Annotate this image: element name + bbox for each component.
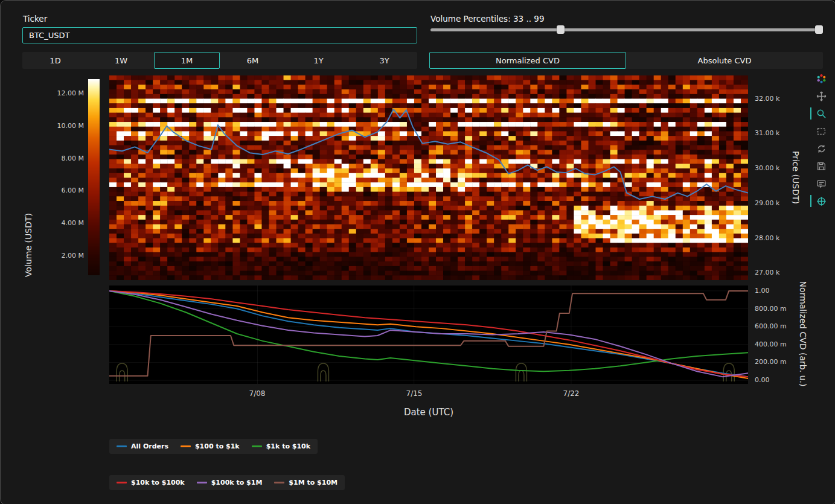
x-tick-label: 7/08 — [242, 389, 272, 398]
tick-label: 10.00 M — [45, 122, 84, 130]
timeframe-button-group: 1D 1W 1M 6M 1Y 3Y — [22, 52, 417, 69]
absolute-cvd-button[interactable]: Absolute CVD — [626, 52, 823, 69]
zoom-icon[interactable] — [814, 107, 828, 120]
legend-swatch — [117, 482, 127, 483]
cvd-mode-button-group: Normalized CVD Absolute CVD — [429, 52, 823, 69]
save-icon[interactable] — [814, 159, 828, 173]
legend-label: $100 to $1k — [195, 442, 240, 450]
hover-crosshair-icon[interactable] — [814, 194, 828, 208]
volume-heatmap-chart[interactable] — [109, 75, 748, 280]
reset-axes-icon[interactable] — [814, 142, 828, 155]
tick-label: 8.00 M — [45, 155, 84, 162]
legend-label: All Orders — [131, 442, 168, 450]
tick-label: 30.00 k — [755, 164, 791, 172]
volume-axis-title: Volume (USDT) — [24, 213, 33, 277]
timeframe-1w-button[interactable]: 1W — [88, 52, 154, 69]
volume-colorbar — [88, 79, 100, 275]
tick-label: 0.00 — [755, 376, 797, 384]
legend-item-all-orders[interactable]: All Orders — [117, 442, 168, 450]
tick-label: 800.00 m — [755, 305, 797, 313]
legend-item-100k-1m[interactable]: $100k to $1M — [197, 479, 263, 486]
pan-icon[interactable] — [814, 89, 828, 103]
timeframe-1m-button[interactable]: 1M — [154, 52, 220, 69]
box-select-icon[interactable] — [814, 124, 828, 138]
normalized-cvd-button[interactable]: Normalized CVD — [429, 52, 626, 69]
legend-swatch — [197, 482, 207, 483]
timeframe-3y-button[interactable]: 3Y — [351, 52, 417, 69]
legend-swatch — [252, 445, 262, 447]
legend-item-100-1k[interactable]: $100 to $1k — [181, 442, 240, 450]
legend-row: All Orders $100 to $1k $1k to $10k — [109, 439, 318, 454]
tick-label: 31.00 k — [755, 129, 791, 137]
tick-label: 29.00 k — [755, 199, 791, 207]
tick-label: 6.00 M — [45, 187, 84, 194]
cvd-axis-title: Normalized CVD (arb. u.) — [798, 281, 808, 387]
legend-label: $100k to $1M — [211, 479, 263, 486]
ticker-input[interactable] — [22, 27, 417, 43]
tick-label: 28.00 k — [755, 234, 791, 242]
tick-label: 12.00 M — [45, 89, 84, 97]
slider-handle-low[interactable] — [557, 25, 565, 34]
tick-label: 27.00 k — [755, 269, 791, 276]
legend-label: $10k to $100k — [131, 479, 185, 486]
tick-label: 4.00 M — [45, 219, 84, 227]
legend-row: $10k to $100k $100k to $1M $1M to $10M — [109, 475, 345, 490]
x-tick-label: 7/22 — [556, 389, 586, 398]
slider-handle-high[interactable] — [815, 25, 823, 34]
app-window: Ticker Volume Percentiles: 33 .. 99 1D 1… — [0, 0, 835, 504]
timeframe-1y-button[interactable]: 1Y — [286, 52, 351, 69]
legend-label: $1k to $10k — [266, 442, 310, 450]
legend-item-1k-10k[interactable]: $1k to $10k — [252, 442, 310, 450]
plotly-logo-icon[interactable] — [814, 72, 828, 85]
ticker-label: Ticker — [23, 14, 47, 24]
tick-label: 600.00 m — [755, 322, 797, 330]
date-axis-title: Date (UTC) — [404, 407, 453, 418]
tick-label: 400.00 m — [755, 340, 797, 348]
tick-label: 32.00 k — [755, 95, 791, 103]
legend-item-1m-10m[interactable]: $1M to $10M — [274, 479, 338, 486]
plotly-modebar — [812, 72, 830, 208]
timeframe-6m-button[interactable]: 6M — [220, 52, 286, 69]
timeframe-1d-button[interactable]: 1D — [22, 52, 88, 69]
tick-label: 1.00 — [755, 287, 797, 295]
legend-swatch — [117, 445, 127, 447]
tooltip-icon[interactable] — [814, 177, 828, 190]
legend-label: $1M to $10M — [289, 479, 338, 486]
tick-label: 200.00 m — [755, 358, 797, 366]
legend-swatch — [181, 445, 191, 447]
volume-percentiles-label: Volume Percentiles: 33 .. 99 — [430, 14, 545, 24]
x-tick-label: 7/15 — [399, 389, 429, 398]
legend-item-10k-100k[interactable]: $10k to $100k — [117, 479, 185, 486]
tick-label: 2.00 M — [45, 252, 84, 260]
legend-swatch — [274, 482, 284, 483]
volume-percentiles-slider[interactable] — [430, 25, 823, 34]
slider-track[interactable] — [430, 28, 823, 31]
price-axis-title: Price (USDT) — [791, 151, 801, 204]
cvd-line-chart[interactable] — [109, 285, 748, 384]
